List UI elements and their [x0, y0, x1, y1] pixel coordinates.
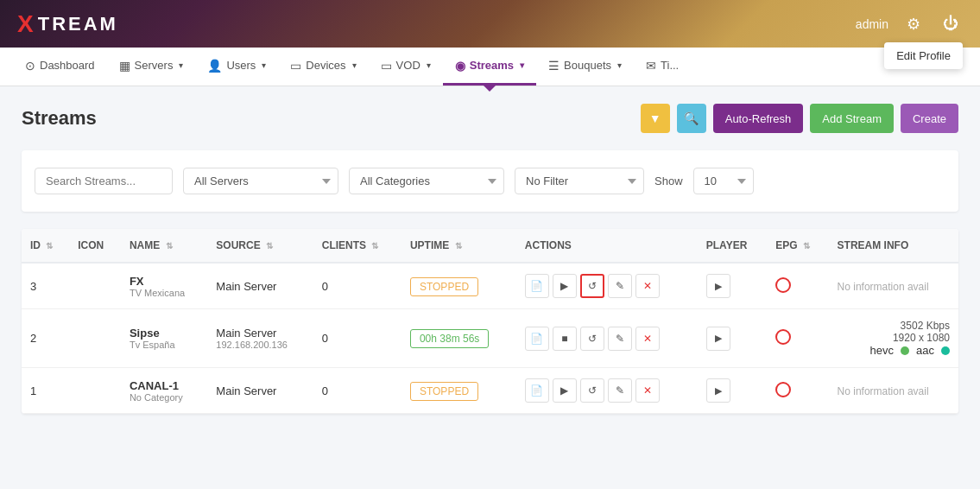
col-epg: EPG ⇅: [767, 229, 828, 263]
bouquets-icon: ☰: [548, 59, 560, 73]
action-edit-btn[interactable]: ✎: [608, 327, 632, 351]
dot-green-icon: [901, 346, 909, 355]
nav-tickets[interactable]: ✉ Ti...: [634, 48, 691, 86]
cell-clients: 0: [313, 368, 401, 414]
page-header: Streams ▼ 🔍 Auto-Refresh Add Stream Crea…: [22, 104, 958, 133]
categories-filter[interactable]: All Categories: [349, 168, 504, 194]
action-edit-btn[interactable]: ✎: [608, 378, 632, 403]
cell-epg: [767, 263, 828, 309]
action-stop-btn[interactable]: ■: [553, 327, 577, 351]
cell-name: FX TV Mexicana: [121, 263, 207, 309]
devices-icon: ▭: [290, 59, 301, 73]
action-play-btn[interactable]: ▶: [553, 378, 577, 403]
streams-table-wrapper: ID ⇅ ICON NAME ⇅ SOURCE ⇅ CLIENTS ⇅ UPTI…: [22, 229, 958, 414]
player-btn[interactable]: ▶: [706, 274, 730, 298]
cell-uptime: STOPPED: [401, 368, 516, 414]
uptime-badge-stopped: STOPPED: [410, 277, 478, 296]
stream-name: Sipse: [130, 327, 199, 340]
nav-tickets-label: Ti...: [661, 59, 679, 72]
show-label: Show: [654, 175, 683, 187]
action-restart-btn[interactable]: ↺: [580, 327, 604, 351]
cell-clients: 0: [313, 309, 401, 368]
power-icon[interactable]: ⏻: [939, 12, 963, 36]
source-sort-icon: ⇅: [266, 241, 273, 251]
page-title: Streams: [22, 107, 97, 130]
cell-name: CANAL-1 No Category: [121, 368, 207, 414]
cell-uptime: STOPPED: [401, 263, 516, 309]
nav-vod[interactable]: ▭ VOD ▾: [369, 48, 443, 86]
action-delete-btn[interactable]: ✕: [635, 327, 660, 351]
tickets-icon: ✉: [646, 59, 656, 73]
cell-actions: 📄 ▶ ↺ ✎ ✕: [516, 263, 698, 309]
action-delete-btn[interactable]: ✕: [635, 378, 660, 403]
cell-stream-info: 3502 Kbps 1920 x 1080 hevc aac: [829, 309, 958, 368]
source-name: Main Server: [216, 327, 304, 340]
nav-vod-label: VOD: [396, 59, 420, 72]
col-stream-info: STREAM INFO: [829, 229, 958, 263]
action-file-btn[interactable]: 📄: [525, 327, 549, 351]
cell-epg: [767, 368, 828, 414]
player-btn[interactable]: ▶: [706, 378, 730, 403]
action-buttons: 📄 ▶ ↺ ✎ ✕: [525, 274, 689, 298]
cell-stream-info: No information avail: [829, 368, 958, 414]
search-input[interactable]: [35, 168, 173, 194]
vod-icon: ▭: [381, 59, 392, 73]
auto-refresh-button[interactable]: Auto-Refresh: [713, 104, 804, 133]
users-icon: 👤: [207, 59, 222, 73]
epg-circle: [775, 329, 791, 345]
nav-bouquets[interactable]: ☰ Bouquets ▾: [536, 48, 634, 86]
filters-row: All Servers All Categories No Filter Sho…: [22, 150, 958, 212]
action-buttons: 📄 ■ ↺ ✎ ✕: [525, 327, 689, 351]
filter-button[interactable]: ▼: [641, 104, 670, 133]
logo-x: X: [17, 10, 36, 38]
action-file-btn[interactable]: 📄: [525, 274, 549, 298]
action-restart-btn[interactable]: ↺: [580, 274, 604, 298]
header-actions: ▼ 🔍 Auto-Refresh Add Stream Create: [641, 104, 958, 133]
stream-name: FX: [130, 275, 199, 288]
table-row: 2 Sipse Tv España Main Server 192.168.20…: [22, 309, 958, 368]
cell-id: 3: [22, 263, 69, 309]
bouquets-caret-icon: ▾: [617, 60, 622, 70]
add-stream-button[interactable]: Add Stream: [810, 104, 894, 133]
action-edit-btn[interactable]: ✎: [608, 274, 632, 298]
col-name: NAME ⇅: [121, 229, 207, 263]
cell-epg: [767, 309, 828, 368]
uptime-sort-icon: ⇅: [455, 241, 462, 251]
edit-profile-tooltip: Edit Profile: [884, 42, 963, 69]
nav-dashboard-label: Dashboard: [40, 59, 95, 72]
nav-devices-label: Devices: [306, 59, 345, 72]
servers-filter[interactable]: All Servers: [183, 168, 338, 194]
stream-info-kbps: 3502 Kbps: [838, 320, 950, 332]
cell-icon: [69, 368, 121, 414]
nav-servers[interactable]: ▦ Servers ▾: [107, 48, 196, 86]
epg-sort-icon: ⇅: [803, 241, 810, 251]
action-restart-btn[interactable]: ↺: [580, 378, 604, 403]
action-play-btn[interactable]: ▶: [553, 274, 577, 298]
settings-icon[interactable]: ⚙: [901, 12, 926, 36]
streams-table: ID ⇅ ICON NAME ⇅ SOURCE ⇅ CLIENTS ⇅ UPTI…: [22, 229, 958, 414]
action-file-btn[interactable]: 📄: [525, 378, 549, 403]
source-name: Main Server: [216, 384, 304, 397]
epg-circle: [775, 382, 791, 397]
epg-circle: [775, 277, 791, 293]
cell-source: Main Server: [207, 368, 313, 414]
search-button[interactable]: 🔍: [677, 104, 706, 133]
header-right: admin ⚙ ⏻ Edit Profile: [856, 12, 963, 36]
nav-users[interactable]: 👤 Users ▾: [195, 48, 278, 86]
clients-sort-icon: ⇅: [371, 241, 378, 251]
cell-source: Main Server: [207, 263, 313, 309]
nav-dashboard[interactable]: ⊙ Dashboard: [13, 48, 107, 86]
nav-devices[interactable]: ▭ Devices ▾: [278, 48, 368, 86]
main-content: Streams ▼ 🔍 Auto-Refresh Add Stream Crea…: [0, 86, 980, 431]
stream-codec-aac: aac: [916, 344, 934, 357]
nav-users-label: Users: [226, 59, 256, 72]
create-button[interactable]: Create: [901, 104, 958, 133]
show-count-select[interactable]: 10: [693, 168, 754, 194]
cell-player: ▶: [698, 263, 768, 309]
cell-name: Sipse Tv España: [121, 309, 207, 368]
player-btn[interactable]: ▶: [706, 327, 730, 351]
nav-streams[interactable]: ◉ Streams ▾: [443, 48, 536, 86]
no-filter-select[interactable]: No Filter: [515, 168, 644, 194]
dashboard-icon: ⊙: [25, 59, 35, 73]
action-delete-btn[interactable]: ✕: [635, 274, 660, 298]
